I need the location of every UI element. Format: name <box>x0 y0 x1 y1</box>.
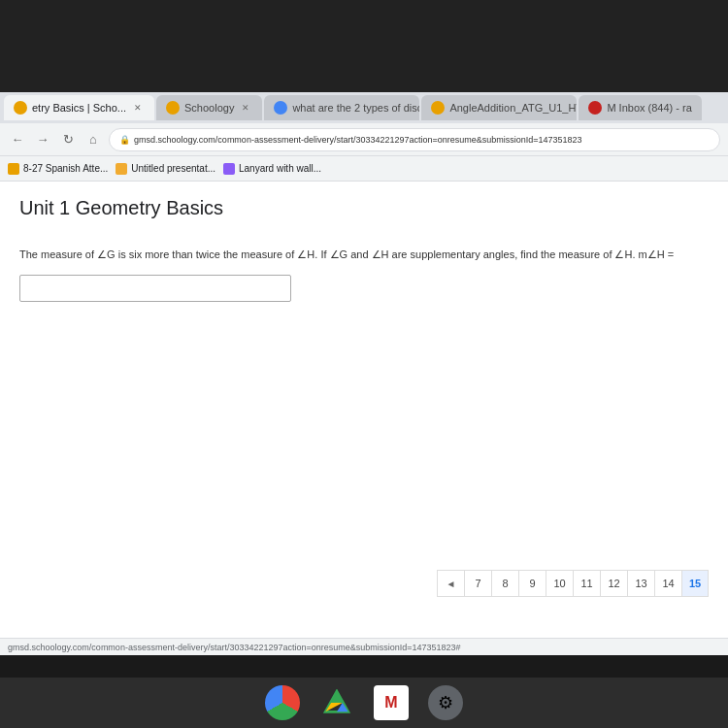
tab-angle-favicon <box>431 101 445 115</box>
tab-bar: etry Basics | Scho... ✕ Schoology ✕ what… <box>0 92 728 123</box>
page-title: Unit 1 Geometry Basics <box>19 197 709 227</box>
taskbar-settings[interactable]: ⚙ <box>428 685 463 720</box>
tab-google[interactable]: what are the 2 types of discoun... ✕ <box>264 95 419 120</box>
pagination-15[interactable]: 15 <box>681 570 709 597</box>
tab-schoology[interactable]: Schoology ✕ <box>156 95 262 120</box>
content-area: Unit 1 Geometry Basics The measure of ∠G… <box>0 182 728 655</box>
tab-close-btn[interactable]: ✕ <box>131 101 145 115</box>
pagination-10[interactable]: 10 <box>546 570 573 597</box>
pagination-7[interactable]: 7 <box>464 570 491 597</box>
tab-google-favicon <box>274 101 287 115</box>
lock-icon: 🔒 <box>119 135 130 145</box>
bookmark-schoology-icon <box>8 163 19 175</box>
bookmark-lanyard-icon <box>223 163 235 175</box>
tab-angle-label: AngleAddition_ATG_U1_HW4 <box>449 102 577 114</box>
home-button[interactable]: ⌂ <box>83 130 103 149</box>
tab-active[interactable]: etry Basics | Scho... ✕ <box>4 95 154 120</box>
address-bar: ← → ↻ ⌂ 🔒 gmsd.schoology.com/common-asse… <box>0 123 728 156</box>
bookmarks-bar: 8-27 Spanish Atte... Untitled presentat.… <box>0 156 728 182</box>
pagination-12[interactable]: 12 <box>600 570 627 597</box>
tab-gmail[interactable]: M Inbox (844) - ra <box>579 95 701 120</box>
screen-bezel-top <box>0 0 728 97</box>
tab-schoology-favicon <box>166 101 180 115</box>
question-text: The measure of ∠G is six more than twice… <box>19 247 709 263</box>
bookmark-slides[interactable]: Untitled presentat... <box>116 163 215 175</box>
pagination-8[interactable]: 8 <box>491 570 518 597</box>
tab-gmail-label: M Inbox (844) - ra <box>607 102 691 114</box>
status-url: gmsd.schoology.com/common-assessment-del… <box>8 643 461 652</box>
pagination-prev[interactable]: ◄ <box>437 570 464 597</box>
page-content: Unit 1 Geometry Basics The measure of ∠G… <box>0 182 728 333</box>
taskbar-drive[interactable] <box>319 685 354 720</box>
taskbar: Chrome M ⚙ <box>0 678 728 728</box>
bookmark-schoology-label: 8-27 Spanish Atte... <box>23 163 108 174</box>
forward-button[interactable]: → <box>33 130 52 149</box>
tab-angle[interactable]: AngleAddition_ATG_U1_HW4 ✕ <box>421 95 577 120</box>
tab-favicon <box>14 101 27 115</box>
status-bar: gmsd.schoology.com/common-assessment-del… <box>0 638 728 655</box>
pagination-13[interactable]: 13 <box>627 570 654 597</box>
taskbar-chrome[interactable]: Chrome <box>265 685 300 720</box>
taskbar-gmail[interactable]: M <box>374 685 409 720</box>
browser-window: etry Basics | Scho... ✕ Schoology ✕ what… <box>0 92 728 655</box>
back-button[interactable]: ← <box>8 130 27 149</box>
answer-input[interactable] <box>19 275 291 302</box>
tab-google-label: what are the 2 types of discoun... <box>292 102 419 114</box>
tab-gmail-favicon <box>588 101 602 115</box>
url-text: gmsd.schoology.com/common-assessment-del… <box>134 135 582 145</box>
address-input[interactable]: 🔒 gmsd.schoology.com/common-assessment-d… <box>109 128 720 151</box>
bookmark-schoology[interactable]: 8-27 Spanish Atte... <box>8 163 108 175</box>
pagination-14[interactable]: 14 <box>654 570 681 597</box>
pagination: ◄ 7 8 9 10 11 12 13 14 15 <box>437 570 709 597</box>
bookmark-lanyard-label: Lanyard with wall... <box>239 163 321 174</box>
bookmark-lanyard[interactable]: Lanyard with wall... <box>223 163 321 175</box>
pagination-9[interactable]: 9 <box>518 570 546 597</box>
reload-button[interactable]: ↻ <box>58 130 78 149</box>
tab-label: etry Basics | Scho... <box>32 102 126 114</box>
bookmark-slides-icon <box>116 163 127 175</box>
pagination-11[interactable]: 11 <box>573 570 600 597</box>
tab-schoology-label: Schoology <box>184 102 234 114</box>
tab-schoology-close[interactable]: ✕ <box>239 101 252 115</box>
bookmark-slides-label: Untitled presentat... <box>131 163 215 174</box>
